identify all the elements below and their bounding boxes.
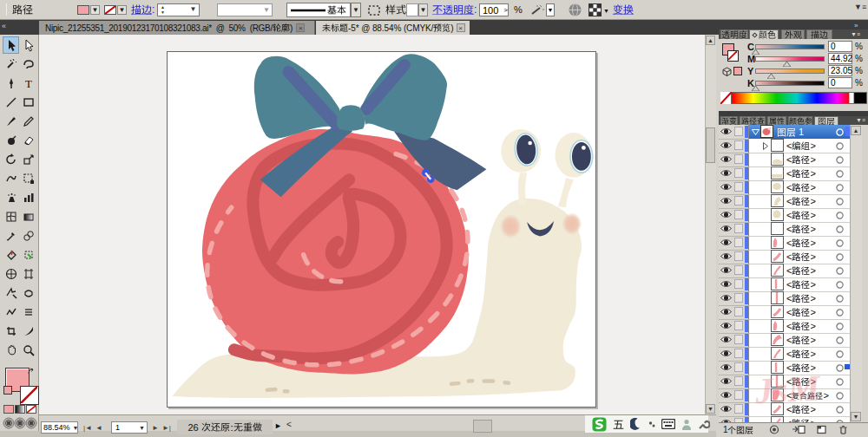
svg-text:T: T bbox=[25, 77, 32, 90]
